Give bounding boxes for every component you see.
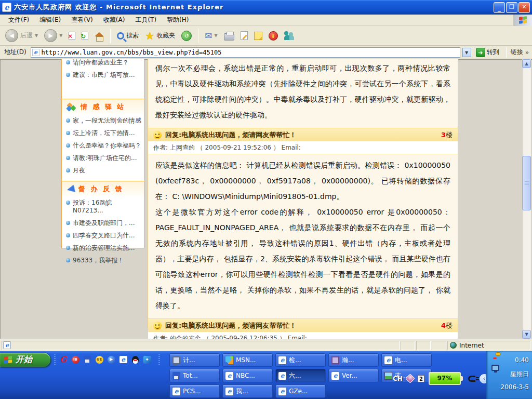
scroll-down-button[interactable]: ▼ <box>522 330 531 339</box>
links-label[interactable]: 链接 <box>511 48 523 57</box>
sidebar-link[interactable]: 月夜 <box>62 164 144 177</box>
window-titlebar: e 六安市人民政府网 欢迎您 - Microsoft Internet Expl… <box>0 0 532 15</box>
download-tool-button[interactable]: ⇓ <box>267 30 280 42</box>
minimize-button[interactable]: _ <box>494 2 505 13</box>
bullet-icon <box>66 221 70 225</box>
clock-time[interactable]: 0:40 <box>515 356 529 364</box>
restore-button[interactable]: ❐ <box>506 2 517 13</box>
home-button[interactable] <box>92 34 106 37</box>
media-player-icon[interactable]: ▶ <box>107 355 116 364</box>
go-button[interactable]: ➜ 转到 <box>473 47 502 58</box>
task-button-ie-6[interactable]: e我... <box>222 384 273 398</box>
bullet-icon <box>66 131 70 135</box>
menu-favorites[interactable]: 收藏(A) <box>98 14 130 26</box>
close-button[interactable]: ✕ <box>518 2 530 13</box>
address-input[interactable]: e http://www.luan.gov.cn/bbs/bbs_view.ph… <box>31 47 460 58</box>
battery-indicator[interactable]: 97% <box>429 372 461 385</box>
sidebar-link[interactable]: 投诉：16路皖N07213... <box>62 196 144 217</box>
mail-button[interactable]: ✉▼ <box>203 31 219 41</box>
language-indicator[interactable]: CH <box>393 375 403 382</box>
messenger-icon[interactable]: ✦ <box>142 355 152 364</box>
edit-button[interactable] <box>238 30 250 41</box>
sidebar-link[interactable]: 请问帝都蒙西业主？ <box>62 59 144 69</box>
start-button[interactable]: 开始 <box>0 353 50 367</box>
red-badge-icon[interactable]: IB <box>71 355 80 364</box>
sidebar-link[interactable]: 建议：市民广场可放... <box>62 69 144 81</box>
back-button[interactable]: ◀ 后退 ▼ <box>3 28 40 43</box>
address-dropdown-button[interactable]: ▼ <box>462 48 471 57</box>
ime-icon[interactable] <box>405 374 415 383</box>
bullet-icon <box>66 143 70 148</box>
task-button-msn[interactable]: MSN... <box>222 353 273 367</box>
task-button-luan-active[interactable]: e六... <box>275 369 326 382</box>
desktop-screen: e 六安市人民政府网 欢迎您 - Microsoft Internet Expl… <box>0 0 532 399</box>
address-bar: 地址(D) e http://www.luan.gov.cn/bbs/bbs_v… <box>0 46 532 59</box>
toolbar-separator <box>110 29 111 43</box>
sidebar-link[interactable]: 坛上冷清，坛下热情... <box>62 127 144 139</box>
messenger-button[interactable] <box>282 30 297 42</box>
ie-icon[interactable]: e <box>118 355 128 364</box>
sidebar-link[interactable]: 96333，我举报！ <box>62 254 144 267</box>
ie-icon: e <box>225 388 233 395</box>
status-cell <box>401 341 415 350</box>
sidebar-link[interactable]: 新的治安管理法实施... <box>62 242 144 254</box>
task-button-ie-2[interactable]: e电... <box>381 353 432 367</box>
home-icon <box>95 32 104 36</box>
menu-edit[interactable]: 编辑(E) <box>34 14 66 26</box>
task-button-ie-4[interactable]: eVer... <box>328 369 379 382</box>
sidebar-link[interactable]: 请教:明珠广场住宅的... <box>62 152 144 164</box>
refresh-button[interactable]: ↻ <box>79 31 90 41</box>
task-button-ie-1[interactable]: e检... <box>275 353 326 367</box>
floppy-icon <box>172 372 180 380</box>
task-button-ie-3[interactable]: eNBC... <box>222 369 273 382</box>
ultraedit-icon[interactable]: UE <box>95 355 104 364</box>
forward-dropdown-icon[interactable]: ▼ <box>59 33 62 38</box>
ie-icon: e <box>278 388 286 395</box>
edit-icon <box>241 31 248 40</box>
task-button-computer[interactable]: 计... <box>169 353 220 367</box>
flashget-icon[interactable]: G <box>59 355 68 364</box>
ie-icon: e <box>331 372 339 380</box>
bullet-icon <box>66 201 70 205</box>
window-title: 六安市人民政府网 欢迎您 - Microsoft Internet Explor… <box>14 3 494 12</box>
sidebar-link[interactable]: 什么是幸福？你幸福吗？ <box>62 139 144 152</box>
task-button-total[interactable]: Tot... <box>169 369 220 382</box>
menu-tools[interactable]: 工具(T) <box>130 14 162 26</box>
menu-bar: 文件(F) 编辑(E) 查看(V) 收藏(A) 工具(T) 帮助(H) <box>0 15 532 26</box>
menu-view[interactable]: 查看(V) <box>66 14 98 26</box>
sidebar-section-emotion: 情 感 驿 站 <box>62 99 144 114</box>
qq-icon[interactable] <box>130 355 140 364</box>
scroll-thumb[interactable] <box>522 156 531 210</box>
display-tray-icon[interactable] <box>491 365 499 371</box>
task-button-ie-7[interactable]: eGZe... <box>275 384 326 398</box>
clock-date[interactable]: 2006-3-5 <box>501 383 529 391</box>
ime-number-badge[interactable]: 2 <box>418 375 424 382</box>
sidebar-link[interactable]: 市建委及职能部门，... <box>62 217 144 229</box>
bullet-icon <box>66 258 70 262</box>
bullet-icon <box>66 156 70 160</box>
print-button[interactable] <box>222 30 236 42</box>
clock-day[interactable]: 星期日 <box>510 370 529 379</box>
notes-button[interactable] <box>252 31 264 41</box>
task-button-app[interactable]: 瀚... <box>328 353 379 367</box>
stop-button[interactable]: ✕ <box>66 31 77 41</box>
search-button[interactable]: 搜索 <box>115 30 141 41</box>
thread-content: 偶尔一次不必理会，系统出错是正常的，重新启动即可，出现次数多了，两种情况比较常见… <box>148 59 458 328</box>
post-body: 偶尔一次不必理会，系统出错是正常的，重新启动即可，出现次数多了，两种情况比较常见… <box>148 59 458 128</box>
sidebar-link[interactable]: 四季春交叉路口为什... <box>62 229 144 242</box>
floppy-icon[interactable] <box>83 355 92 364</box>
back-dropdown-icon[interactable]: ▼ <box>35 33 38 38</box>
favorites-button[interactable]: ★ 收藏夹 <box>143 30 177 42</box>
vertical-scrollbar[interactable]: ▲ ▼ <box>522 59 531 339</box>
scroll-up-button[interactable]: ▲ <box>522 59 531 68</box>
task-button-ie-5[interactable]: ePCS... <box>169 384 220 398</box>
forward-button[interactable]: ▶ ▼ <box>42 28 64 43</box>
menu-help[interactable]: 帮助(H) <box>162 14 194 26</box>
sidebar-link[interactable]: 家，一段无法割舍的情感 <box>62 114 144 127</box>
history-button[interactable]: ↺ <box>179 30 194 42</box>
msn-icon <box>225 356 233 364</box>
menu-file[interactable]: 文件(F) <box>3 14 34 26</box>
bullet-icon <box>66 60 70 64</box>
links-chevron-icon[interactable]: » <box>525 49 530 56</box>
status-cell <box>416 341 431 350</box>
